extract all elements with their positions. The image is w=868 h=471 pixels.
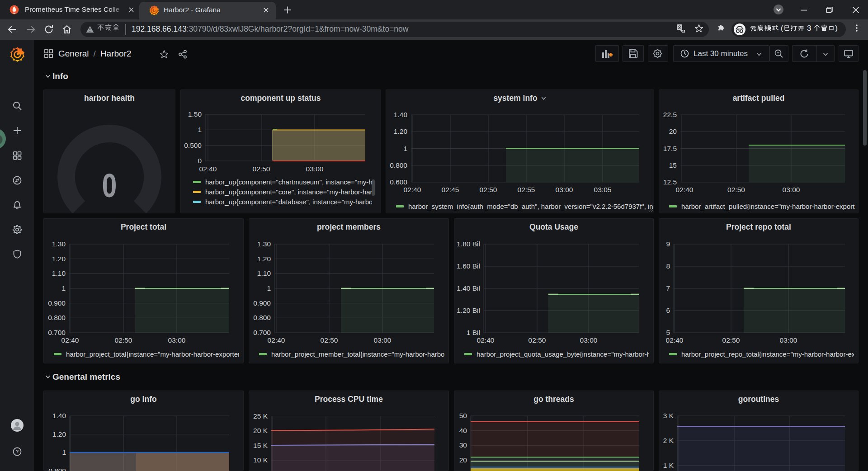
- svg-text:1.20: 1.20: [257, 255, 271, 263]
- svg-text:1: 1: [61, 284, 66, 292]
- svg-text:10 K: 10 K: [253, 456, 268, 464]
- svg-text:0.800: 0.800: [48, 314, 66, 321]
- svg-text:?: ?: [16, 449, 19, 454]
- svg-text:9: 9: [666, 240, 670, 248]
- svg-text:0.800: 0.800: [48, 467, 66, 471]
- svg-text:03:00: 03:00: [556, 186, 573, 193]
- svg-text:0.500: 0.500: [184, 141, 202, 149]
- svg-text:15 K: 15 K: [253, 442, 268, 449]
- svg-text:03:00: 03:00: [306, 165, 324, 173]
- svg-text:02:50: 02:50: [480, 186, 497, 193]
- svg-text:7: 7: [666, 284, 670, 292]
- svg-text:3 K: 3 K: [663, 412, 674, 419]
- svg-text:0.900: 0.900: [48, 299, 66, 307]
- svg-text:0.600: 0.600: [390, 178, 407, 186]
- svg-text:0.900: 0.900: [253, 299, 271, 307]
- svg-text:20: 20: [669, 127, 677, 135]
- svg-text:03:00: 03:00: [780, 336, 797, 344]
- svg-text:25 K: 25 K: [253, 412, 268, 420]
- svg-text:1.30: 1.30: [52, 240, 66, 248]
- svg-text:02:40: 02:40: [666, 336, 684, 344]
- svg-text:1.40: 1.40: [52, 412, 66, 419]
- svg-text:03:00: 03:00: [374, 336, 392, 344]
- svg-text:50: 50: [459, 412, 467, 419]
- svg-text:02:45: 02:45: [442, 186, 459, 193]
- svg-text:0.800: 0.800: [253, 314, 271, 321]
- svg-text:03:00: 03:00: [783, 186, 800, 193]
- svg-text:1.80 Bil: 1.80 Bil: [457, 240, 480, 248]
- svg-text:1: 1: [198, 126, 202, 133]
- svg-text:02:50: 02:50: [528, 336, 546, 344]
- svg-text:1.20: 1.20: [52, 255, 66, 263]
- svg-text:02:40: 02:40: [61, 336, 79, 344]
- svg-text:1.10: 1.10: [257, 269, 271, 277]
- svg-text:02:40: 02:40: [404, 186, 421, 193]
- svg-text:03:00: 03:00: [580, 336, 598, 344]
- svg-text:1.10: 1.10: [52, 269, 66, 277]
- svg-text:03:05: 03:05: [594, 186, 612, 193]
- svg-text:17.5: 17.5: [663, 145, 677, 152]
- svg-text:2 K: 2 K: [663, 437, 674, 444]
- svg-text:22.5: 22.5: [663, 111, 677, 118]
- svg-text:02:40: 02:40: [268, 336, 285, 344]
- svg-text:1.40: 1.40: [394, 111, 408, 118]
- svg-text:02:50: 02:50: [253, 165, 270, 173]
- svg-text:02:50: 02:50: [727, 186, 745, 193]
- svg-text:6: 6: [666, 306, 670, 314]
- svg-text:20: 20: [459, 456, 467, 464]
- svg-text:1: 1: [267, 284, 271, 292]
- svg-text:15: 15: [669, 161, 677, 169]
- svg-text:1: 1: [403, 145, 407, 152]
- svg-text:02:40: 02:40: [199, 165, 217, 173]
- svg-text:1.30: 1.30: [257, 240, 271, 248]
- svg-text:02:50: 02:50: [722, 336, 740, 344]
- svg-text:1 Bil: 1 Bil: [467, 329, 480, 336]
- svg-text:0: 0: [102, 167, 117, 204]
- svg-text:40: 40: [459, 427, 467, 434]
- svg-text:5: 5: [666, 329, 670, 336]
- svg-text:1.20: 1.20: [394, 127, 408, 135]
- svg-text:03:00: 03:00: [168, 336, 186, 344]
- svg-text:1: 1: [62, 448, 66, 456]
- svg-text:1.20 Bil: 1.20 Bil: [457, 306, 480, 314]
- svg-text:1.20: 1.20: [52, 430, 66, 438]
- svg-text:0.700: 0.700: [253, 329, 271, 336]
- svg-text:0.700: 0.700: [48, 329, 66, 336]
- svg-text:1.50: 1.50: [188, 110, 202, 118]
- svg-text:8: 8: [666, 262, 670, 270]
- svg-text:1 K: 1 K: [663, 462, 674, 469]
- svg-text:1.60 Bil: 1.60 Bil: [457, 262, 480, 270]
- svg-text:02:55: 02:55: [518, 186, 535, 193]
- svg-text:1.40 Bil: 1.40 Bil: [457, 284, 480, 292]
- svg-text:12.5: 12.5: [663, 178, 677, 186]
- svg-text:0.800: 0.800: [390, 161, 407, 169]
- svg-text:02:40: 02:40: [676, 186, 693, 193]
- svg-text:0: 0: [198, 157, 202, 165]
- svg-text:02:40: 02:40: [477, 336, 495, 344]
- svg-text:02:50: 02:50: [321, 336, 338, 344]
- svg-text:02:50: 02:50: [115, 336, 132, 344]
- svg-text:30: 30: [459, 441, 467, 449]
- svg-text:20 K: 20 K: [253, 427, 268, 434]
